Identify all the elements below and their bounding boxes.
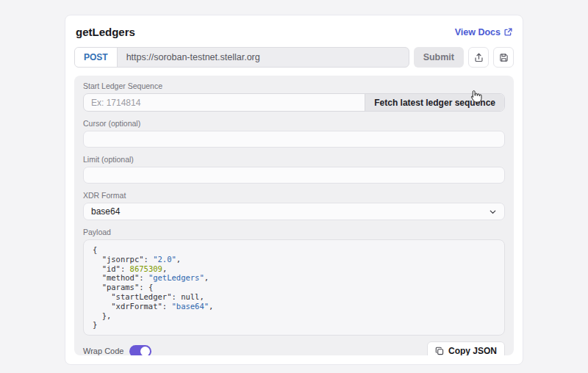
request-bar: POST https://soroban-testnet.stellar.org… [74, 47, 514, 68]
cursor-input[interactable] [83, 131, 505, 148]
field-payload: Payload { "jsonrpc": "2.0", "id": 867530… [83, 228, 505, 336]
field-limit: Limit (optional) [83, 155, 505, 184]
view-docs-link[interactable]: View Docs [455, 27, 512, 37]
copy-icon [435, 347, 444, 355]
share-icon [474, 53, 484, 62]
endpoint-card: getLedgers View Docs POST https://soroba… [65, 15, 523, 365]
view-docs-label: View Docs [455, 27, 501, 37]
xdr-format-selected-value: base64 [91, 206, 120, 217]
copy-json-label: Copy JSON [448, 346, 497, 355]
share-button[interactable] [468, 47, 489, 68]
http-method-badge: POST [75, 48, 118, 67]
xdr-format-label: XDR Format [83, 191, 505, 200]
start-ledger-group: Fetch latest ledger sequence [83, 93, 505, 112]
submit-button[interactable]: Submit [414, 47, 464, 68]
payload-label: Payload [83, 228, 505, 236]
save-icon [499, 53, 509, 62]
start-ledger-label: Start Ledger Sequence [83, 82, 505, 90]
xdr-format-select[interactable]: base64 [83, 203, 505, 220]
request-form-panel: Start Ledger Sequence Fetch latest ledge… [74, 76, 514, 355]
payload-code-block[interactable]: { "jsonrpc": "2.0", "id": 8675309, "meth… [83, 239, 505, 336]
field-xdr-format: XDR Format base64 [83, 191, 505, 220]
copy-json-button[interactable]: Copy JSON [427, 341, 505, 355]
wrap-code-label: Wrap Code [83, 347, 123, 355]
chevron-down-icon [489, 208, 497, 216]
limit-label: Limit (optional) [83, 155, 505, 164]
field-start-ledger: Start Ledger Sequence Fetch latest ledge… [83, 82, 505, 112]
fetch-latest-ledger-button[interactable]: Fetch latest ledger sequence [365, 94, 504, 111]
external-link-icon [504, 28, 512, 36]
cursor-label: Cursor (optional) [83, 119, 505, 128]
field-cursor: Cursor (optional) [83, 119, 505, 148]
toggle-knob [140, 347, 150, 355]
start-ledger-input[interactable] [84, 94, 365, 111]
panel-footer: Wrap Code Copy JSON [83, 341, 505, 355]
rpc-url-field[interactable]: https://soroban-testnet.stellar.org [118, 48, 409, 67]
url-group: POST https://soroban-testnet.stellar.org [74, 47, 409, 68]
save-button[interactable] [493, 47, 514, 68]
card-header: getLedgers View Docs [74, 24, 514, 38]
wrap-code-control: Wrap Code [83, 345, 151, 355]
wrap-code-toggle[interactable] [129, 345, 151, 355]
limit-input[interactable] [83, 167, 505, 184]
page-title: getLedgers [76, 26, 135, 38]
